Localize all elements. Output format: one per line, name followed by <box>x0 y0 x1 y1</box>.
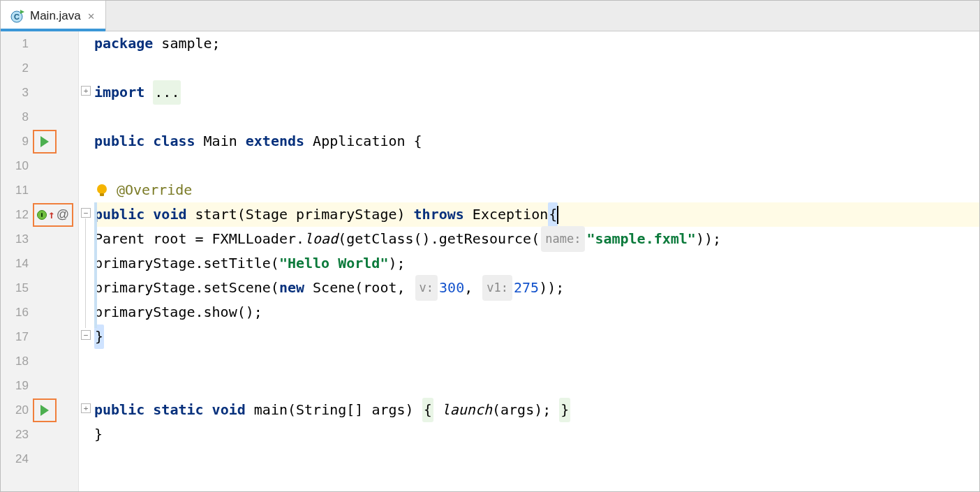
line-number: 19 <box>1 379 29 393</box>
line-number: 20 <box>1 403 29 417</box>
editor-frame: C Main.java ✕ 1 2 3 8 9 10 11 12↑@ 13 14… <box>0 0 980 492</box>
folded-body-open[interactable]: { <box>422 398 433 422</box>
override-gutter-icon[interactable]: ↑@ <box>33 203 73 227</box>
line-number: 14 <box>1 257 29 271</box>
line-number: 12 <box>1 208 29 222</box>
code-line: package sample; <box>94 31 979 56</box>
intention-bulb-icon[interactable] <box>94 183 110 198</box>
code-line: } <box>94 325 979 349</box>
line-number: 11 <box>1 184 29 197</box>
code-line <box>94 349 979 373</box>
method-stripe <box>94 202 97 328</box>
code-area[interactable]: package sample; import ... public class … <box>94 31 979 491</box>
code-line: } <box>94 422 979 447</box>
line-number: 8 <box>1 110 29 124</box>
text-cursor <box>557 206 558 224</box>
run-main-gutter-icon[interactable] <box>33 398 57 422</box>
code-line-current: public void start(Stage primaryStage) th… <box>94 202 979 227</box>
folded-imports[interactable]: ... <box>153 80 181 105</box>
line-number: 9 <box>1 135 29 149</box>
line-number: 10 <box>1 159 29 173</box>
code-line: primaryStage.show(); <box>94 300 979 325</box>
tab-bar: C Main.java ✕ <box>1 1 979 31</box>
code-line <box>94 373 979 398</box>
svg-text:C: C <box>14 13 20 21</box>
code-line <box>94 154 979 178</box>
svg-rect-4 <box>100 193 104 196</box>
folded-body-close[interactable]: } <box>559 398 570 422</box>
param-hint-v: v: <box>415 275 438 301</box>
java-class-icon: C <box>10 9 24 23</box>
fold-toggle-method-end[interactable]: − <box>81 330 91 340</box>
gutter: 1 2 3 8 9 10 11 12↑@ 13 14 15 16 17 18 1… <box>1 31 79 491</box>
param-hint-v1: v1: <box>482 275 512 301</box>
svg-marker-2 <box>20 10 24 14</box>
code-line: primaryStage.setTitle("Hello World"); <box>94 251 979 276</box>
code-line: public class Main extends Application { <box>94 129 979 154</box>
close-tab-icon[interactable]: ✕ <box>87 9 96 22</box>
run-class-gutter-icon[interactable] <box>33 130 57 154</box>
param-hint-name: name: <box>541 226 585 252</box>
line-number: 1 <box>1 37 29 51</box>
line-number: 17 <box>1 330 29 344</box>
svg-point-3 <box>97 184 107 194</box>
fold-toggle-method-start[interactable]: − <box>81 208 91 218</box>
tab-main-java[interactable]: C Main.java ✕ <box>1 1 106 31</box>
line-number: 3 <box>1 86 29 100</box>
code-line <box>94 447 979 471</box>
code-line: primaryStage.setScene(new Scene(root, v:… <box>94 276 979 300</box>
line-number: 23 <box>1 428 29 442</box>
line-number: 18 <box>1 355 29 368</box>
fold-column: + − − + <box>79 31 94 491</box>
line-number: 24 <box>1 452 29 466</box>
editor-area: 1 2 3 8 9 10 11 12↑@ 13 14 15 16 17 18 1… <box>1 31 979 491</box>
code-line: Parent root = FXMLLoader.load(getClass()… <box>94 227 979 251</box>
code-line <box>94 105 979 129</box>
fold-toggle-imports[interactable]: + <box>81 86 91 96</box>
tab-filename: Main.java <box>30 9 81 23</box>
line-number: 16 <box>1 306 29 320</box>
fold-toggle-main[interactable]: + <box>81 403 91 413</box>
line-number: 13 <box>1 232 29 246</box>
code-line: import ... <box>94 80 979 105</box>
line-number: 2 <box>1 61 29 75</box>
code-line: public static void main(String[] args) {… <box>94 398 979 422</box>
code-line <box>94 56 979 80</box>
line-number: 15 <box>1 281 29 295</box>
code-line: @Override <box>94 178 979 202</box>
